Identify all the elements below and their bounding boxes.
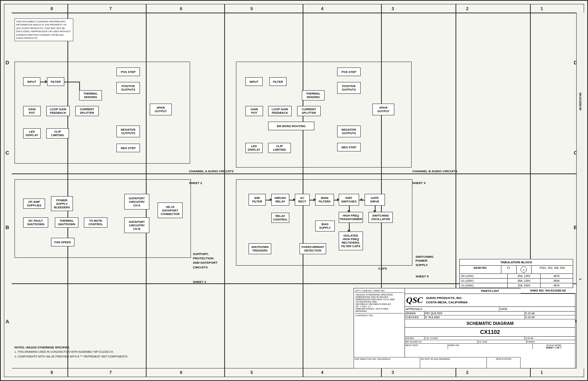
tab-caps-00: 487K [541, 274, 573, 278]
tab-col-f1: F1 [501, 266, 517, 273]
scale-info: SCALE NONE SHEET 1 OF 7 [533, 344, 575, 349]
tab-col-dash: DASH NO. [460, 266, 501, 273]
tab-header-row: DASH NO. F1 A R321, 322, 326, 328 [460, 266, 573, 274]
tab-dash-01: -01 (100V) [460, 279, 508, 283]
finish-label: FINISH [526, 340, 575, 343]
v-line-3 [224, 4, 225, 377]
block-pos-step-b: POS STEP [337, 67, 361, 76]
block-spkr-output-a: SPKROUTPUT [150, 104, 172, 115]
arr-gate-osc [373, 210, 376, 213]
arrow-input-filter-a [45, 80, 47, 83]
block-gain-pot-b: GAINPOT [245, 106, 263, 116]
block-relay-control: RELAYCONTROL [271, 213, 289, 223]
arr-rect-main [314, 198, 316, 201]
date-label: DATE [499, 307, 575, 311]
block-high-freq-trans: HIGH FREQTRANSFORMER [339, 212, 363, 223]
block-input-a: INPUT [23, 77, 40, 86]
block-clip-limiting-a: CLIPLIMITING [46, 128, 69, 139]
block-main-filters: MAINFILTERS [315, 194, 334, 206]
checked-date: 3-23-99 [525, 315, 575, 319]
block-clip-limiting-b: CLIPLIMITING [268, 143, 291, 153]
block-opamp: OP-AMPSUPPLIES [23, 199, 45, 209]
side-strip: SH-011030-00 1 [576, 13, 584, 368]
col-2-bot: 2 [452, 370, 483, 375]
tab-amps-01: 30A, 125V [508, 279, 540, 283]
block-led-display-a: LEDDISPLAY [23, 128, 41, 139]
application-label: APPLICATION [486, 357, 520, 368]
schematic-title: SCHEMATIC DIAGRAM [405, 319, 575, 328]
col-8: 8 [36, 6, 67, 11]
block-to-mute: TO MUTECONTROL [84, 217, 107, 228]
divider-row-dc [12, 173, 576, 174]
block-positive-outputs-b: POSITIVEOUTPUTS [337, 82, 361, 94]
drawn-label: DRAWN [405, 312, 425, 315]
block-ac-rect: ACRECT [295, 194, 310, 206]
block-led-display-b: LEDDISPLAY [245, 143, 263, 153]
qty-col: QTY | ITEM NO. | PART NO. [355, 289, 404, 293]
wp-no: WP-011030-XX [405, 340, 478, 343]
tab-dash-00: -00 (120V) [460, 274, 508, 278]
block-gain-pot-a: GAINPOT [23, 106, 41, 116]
contract-no: CONTRACT NO. [355, 314, 404, 317]
block-fan-speed: FAN SPEED [51, 238, 74, 246]
block-bias-supply: BIASSUPPLY [315, 221, 335, 232]
conn-thermal-v-a [79, 82, 80, 90]
block-emi-filter: EMIFILTER [249, 194, 266, 206]
tab-dash-02: -02 (230V) [460, 283, 508, 288]
arr-main-igbt [337, 198, 339, 201]
block-switching-osc: SWITCHINGOSCILLATOR [368, 212, 393, 223]
block-neg-step-a: NEG STEP [116, 144, 140, 152]
issued-date: 3-29-99 [525, 337, 575, 340]
block-dc-fault: DC FAULTSHUTDOWN [23, 217, 48, 228]
block-current-splitter-b: CURRENTSPLITTER [297, 106, 321, 116]
block-negative-outputs-b: NEGATIVEOUTPUTS [337, 126, 361, 137]
block-neg-step-b: NEG STEP [337, 143, 361, 151]
notes-area: NOTES: UNLESS OTHERWISE SPECIFIED 1. THI… [15, 346, 234, 359]
proprietary-box: THIS DOCUMENT CONTAINS PROPRIETARY INFOR… [15, 18, 73, 41]
block-hd15: HD-15DATAPORTCONNECTOR [158, 202, 183, 218]
col-2: 2 [452, 6, 483, 11]
channel-a-sheet: SHEET 2 [189, 181, 202, 185]
block-current-splitter-a: CURRENTSPLITTER [75, 106, 99, 116]
block-thermal-shutdown: THERMALSHUTDOWN [55, 217, 78, 228]
part-number: CX1102 [405, 328, 575, 337]
note-2: 2. COMPONENTS WITH VALUE PREFIXED WITH A… [15, 355, 234, 359]
divider-top [12, 13, 576, 13]
bottom-row: NEXT ASSY USED ON SCALE NONE SHEET 1 OF … [405, 344, 575, 349]
block-loop-gain-b: LOOP GAINFEEDBACK [268, 106, 292, 116]
checked-label: CHECKED [405, 315, 425, 319]
block-thermal-a: THERMALSENSING [79, 90, 102, 100]
note-1: 1. THIS DRAWING USED IN CONJUNCTION WITH… [15, 350, 234, 354]
drawn-by: PAT QUILTER [425, 312, 525, 315]
channel-a-label: CHANNEL A AUDIO CIRCUITS [189, 170, 234, 173]
block-power-bleeders: POWERSUPPLYBLEEDERS [51, 196, 73, 211]
col-8-bot: 8 [36, 370, 67, 375]
block-filter-a: FILTER [47, 77, 64, 86]
block-spkr-output-b: SPKROUTPUT [372, 104, 394, 115]
channel-b-label: CHANNEL B AUDIO CIRCUITS [412, 170, 457, 173]
side-text-1: SH-011030-00 [579, 92, 582, 110]
arr-inrush-rect [293, 198, 296, 201]
block-dataport-ch-b: DATAPORTCIRCUITRYCH B [124, 217, 149, 233]
block-thermal-b: THERMALSENSING [302, 90, 325, 100]
cad-file: CAD SEED FILE NO. SH11030.k1 [354, 357, 420, 368]
block-input-b: INPUT [245, 77, 263, 86]
tab-component-ref: R321, 322, 326, 328 [532, 266, 573, 273]
do-not-scale: DO NOT SCALE DRAWING [420, 357, 486, 368]
block-shutdown-triggers: SHUTDOWNTRIGGERS [249, 243, 271, 254]
row-d-left: D [5, 60, 9, 66]
arr-igbt-hft [347, 210, 350, 213]
tab-caps-01: 392K [541, 279, 573, 283]
row-b-left: B [5, 224, 9, 230]
switching-label: SWITCHINGPOWERSUPPLY [416, 255, 434, 267]
block-dataport-ch-a: DATAPORTCIRCUITRYCH A [124, 194, 149, 210]
col-5: 5 [236, 6, 267, 11]
company-info: AUDIO PRODUCTS, INC. COSTA MESA, CALIFOR… [426, 296, 468, 304]
used-on: USED ON [448, 344, 533, 349]
cx-label: CK 1102 [478, 340, 527, 343]
approvals-label: APPROVALS [405, 307, 499, 311]
col-5-bot: 5 [236, 370, 267, 375]
block-igbt: IGBTSWITCHES [339, 194, 359, 206]
arr-igbt-gate [360, 198, 362, 201]
tab-block-title: TABULATION BLOCK [460, 259, 573, 266]
